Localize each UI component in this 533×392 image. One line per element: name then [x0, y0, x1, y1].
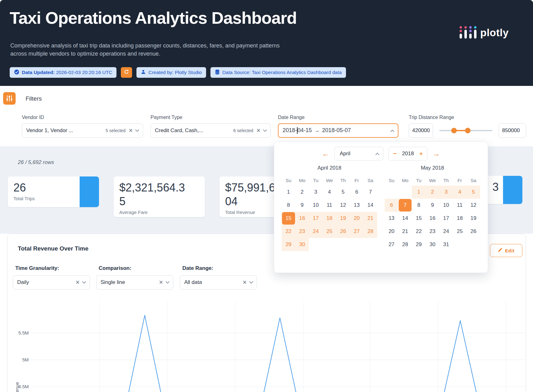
vendor-clear-icon[interactable]: ×: [129, 127, 133, 134]
calendar-date-cell[interactable]: 15: [412, 212, 426, 225]
calendar-date-cell[interactable]: 9: [426, 199, 439, 212]
calendar-date-cell[interactable]: 17: [439, 212, 453, 225]
vendor-chevron-down-icon[interactable]: [135, 128, 139, 132]
calendar-date-cell[interactable]: 12: [466, 199, 480, 212]
next-month-arrow-icon[interactable]: →: [432, 147, 440, 161]
calendar-date-cell[interactable]: 27: [350, 225, 364, 238]
vendor-select[interactable]: Vendor 1, Vendor ... 5 selected ×: [22, 123, 143, 138]
payment-select[interactable]: Credit Card, Cash,... 6 selected ×: [151, 123, 271, 138]
calendar-date-cell[interactable]: 14: [363, 199, 377, 212]
calendar-date-cell[interactable]: 4: [453, 186, 467, 199]
day-of-week-label: Fr: [350, 175, 364, 186]
calendar-date-cell[interactable]: 22: [412, 225, 426, 238]
calendar-date-cell[interactable]: 1: [412, 186, 426, 199]
calendar-date-cell[interactable]: 22: [282, 225, 295, 238]
calendar-date-cell[interactable]: 7: [398, 199, 412, 212]
clear-icon[interactable]: ×: [243, 279, 247, 286]
year-plus-button[interactable]: +: [419, 150, 423, 157]
calendar-date-cell[interactable]: 28: [398, 238, 412, 251]
day-of-week-label: Th: [336, 175, 350, 186]
calendar-date-cell[interactable]: 4: [323, 186, 336, 199]
calendar-date-cell[interactable]: 18: [453, 212, 467, 225]
calendar-date-cell[interactable]: 15: [282, 212, 295, 225]
date-chevron-up-icon[interactable]: [390, 129, 394, 133]
calendar-date-cell[interactable]: 24: [439, 225, 453, 238]
payment-chevron-down-icon[interactable]: [263, 128, 267, 132]
day-of-week-label: Tu: [412, 175, 426, 186]
clear-icon[interactable]: ×: [76, 279, 80, 286]
distance-min-input[interactable]: [409, 123, 433, 138]
refresh-button[interactable]: [121, 67, 132, 78]
calendar-date-cell[interactable]: 20: [350, 212, 364, 225]
calendar-date-cell[interactable]: 31: [439, 238, 453, 251]
distance-range-slider[interactable]: [439, 123, 492, 138]
created-by-badge: Created by: Plotly Studio: [136, 67, 206, 78]
chevron-down-icon[interactable]: [249, 280, 253, 284]
year-minus-button[interactable]: −: [393, 150, 397, 157]
chevron-down-icon[interactable]: [165, 280, 170, 284]
comparison-group: Comparison: Single line ×: [96, 265, 173, 290]
user-icon: [141, 69, 146, 76]
calendar-date-cell[interactable]: 19: [336, 212, 350, 225]
calendar-date-cell[interactable]: 21: [398, 225, 412, 238]
plotly-logo-text: plotly: [480, 27, 509, 39]
month-select[interactable]: April: [334, 147, 383, 161]
calendar-date-cell[interactable]: 29: [282, 238, 295, 251]
time-granularity-select[interactable]: Daily ×: [13, 275, 90, 290]
calendar-date-cell[interactable]: 13: [385, 212, 398, 225]
calendar-date-cell[interactable]: 6: [350, 186, 364, 199]
calendar-date-cell[interactable]: 25: [453, 225, 467, 238]
calendar-date-cell[interactable]: 23: [295, 225, 309, 238]
calendar-date-cell[interactable]: 8: [282, 199, 295, 212]
comparison-select[interactable]: Single line ×: [96, 275, 173, 290]
calendar-date-cell[interactable]: 21: [363, 212, 377, 225]
calendar-date-cell[interactable]: 16: [295, 212, 309, 225]
calendar-date-cell[interactable]: 3: [439, 186, 453, 199]
calendar-date-cell[interactable]: 11: [453, 199, 467, 212]
edit-button[interactable]: Edit: [490, 244, 522, 257]
calendar-date-cell[interactable]: 18: [323, 212, 336, 225]
calendar-date-cell[interactable]: 17: [309, 212, 323, 225]
calendar-date-cell[interactable]: 3: [309, 186, 323, 199]
calendar-date-cell[interactable]: 30: [426, 238, 439, 251]
calendar-date-cell[interactable]: 8: [412, 199, 426, 212]
calendar-date-cell[interactable]: 19: [466, 212, 480, 225]
calendar-date-cell[interactable]: 7: [363, 186, 377, 199]
calendar-date-cell[interactable]: 29: [412, 238, 426, 251]
day-of-week-label: Fr: [453, 175, 467, 186]
calendar-date-cell[interactable]: 20: [385, 225, 398, 238]
calendar-date-cell[interactable]: 10: [309, 199, 323, 212]
calendar-date-cell[interactable]: 9: [295, 199, 309, 212]
calendar-date-cell[interactable]: 5: [466, 186, 480, 199]
payment-clear-icon[interactable]: ×: [256, 127, 260, 134]
slider-handle-min[interactable]: [451, 128, 457, 133]
prev-month-arrow-icon[interactable]: ←: [322, 147, 329, 161]
calendar-date-cell[interactable]: 30: [295, 238, 309, 251]
calendar-date-cell[interactable]: 13: [350, 199, 364, 212]
clear-icon[interactable]: ×: [159, 279, 163, 286]
calendar-date-cell[interactable]: 25: [323, 225, 336, 238]
calendar-date-cell[interactable]: 24: [309, 225, 323, 238]
calendar-date-cell[interactable]: 23: [426, 225, 439, 238]
calendar-date-cell[interactable]: 26: [336, 225, 350, 238]
calendar-date-cell[interactable]: 1: [282, 186, 295, 199]
chart-date-range-select[interactable]: All data ×: [180, 275, 257, 290]
calendar-date-cell[interactable]: 6: [385, 199, 398, 212]
calendar-date-cell[interactable]: 16: [426, 212, 439, 225]
calendar-date-cell[interactable]: 11: [323, 199, 336, 212]
chevron-down-icon[interactable]: [82, 280, 86, 284]
calendar-date-cell[interactable]: 10: [439, 199, 453, 212]
calendar-date-cell[interactable]: 28: [363, 225, 377, 238]
calendar-date-cell[interactable]: 12: [336, 199, 350, 212]
calendar-date-cell[interactable]: 2: [295, 186, 309, 199]
slider-handle-max[interactable]: [465, 128, 471, 133]
calendar-date-cell[interactable]: 2: [426, 186, 439, 199]
year-stepper: − 2018 +: [388, 147, 427, 161]
time-granularity-label: Time Granularity:: [15, 265, 90, 271]
date-range-input[interactable]: 2018-04-15→2018-05-07: [278, 123, 398, 138]
calendar-date-cell[interactable]: 5: [336, 186, 350, 199]
calendar-date-cell[interactable]: 26: [466, 225, 480, 238]
distance-max-input[interactable]: [499, 123, 526, 138]
calendar-date-cell[interactable]: 14: [398, 212, 412, 225]
calendar-date-cell[interactable]: 27: [385, 238, 398, 251]
